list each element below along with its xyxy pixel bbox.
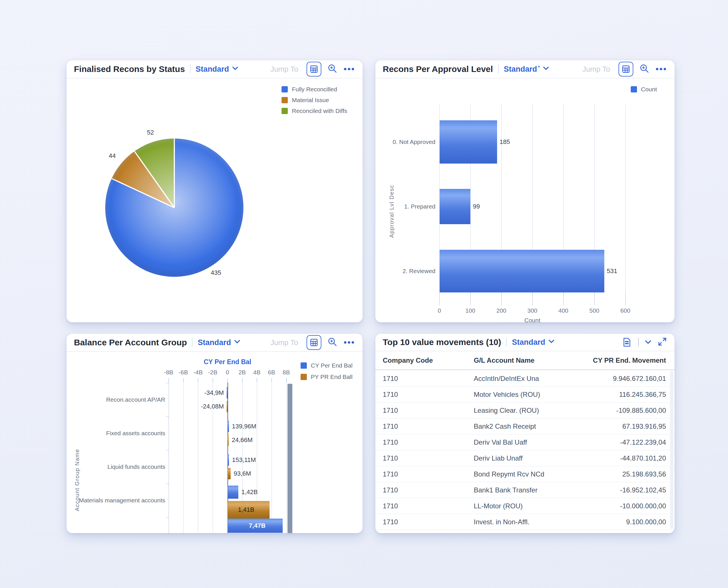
modified-indicator: * <box>538 65 540 70</box>
legend-item[interactable]: Fully Reconcilled <box>281 86 347 93</box>
x-tick-label: 200 <box>496 307 506 314</box>
bar-value-label: 1,42B <box>241 488 258 496</box>
zoom-in-icon[interactable] <box>328 337 337 348</box>
table-row[interactable]: 1710Deriv Val Bal Uaff-47.122.239,04 <box>376 434 675 450</box>
view-selector[interactable]: Standard* <box>504 65 549 74</box>
divider <box>190 65 191 74</box>
legend-item[interactable]: PY PR End Ball <box>301 374 352 380</box>
bar[interactable] <box>440 189 470 224</box>
bar-py[interactable] <box>228 468 231 479</box>
cell-account-name: Invest. in Non-Affl. <box>474 518 530 526</box>
cell-company-code: 1710 <box>383 454 398 462</box>
category-label: 0. Not Approved <box>392 139 435 145</box>
bar-value-label: 7,47B <box>249 522 265 529</box>
table-row[interactable]: 1710Leasing Clear. (ROU)-109.885.600,00 <box>376 402 675 418</box>
chevron-down-icon[interactable] <box>645 340 651 344</box>
cell-account-name: Leasing Clear. (ROU) <box>474 406 539 415</box>
bar-py[interactable] <box>228 434 229 446</box>
cell-company-code: 1710 <box>383 391 398 399</box>
category-label: 2. Reviewed <box>402 268 435 274</box>
panel-title: Finalised Recons by Status <box>74 64 185 74</box>
axis-tick <box>470 292 471 305</box>
jump-to-button[interactable]: Jump To <box>271 338 298 347</box>
chevron-down-icon <box>549 340 554 344</box>
category-tick <box>166 450 169 450</box>
category-label: Materials management accounts <box>79 497 166 504</box>
overflow-menu-icon[interactable]: ••• <box>344 66 355 72</box>
axis-tick <box>184 378 184 383</box>
cell-movement-value: -10.000.000,00 <box>620 502 666 510</box>
x-tick-label: 0 <box>438 307 441 314</box>
bar-py[interactable] <box>227 401 228 412</box>
table-view-icon[interactable] <box>619 62 633 77</box>
column-header[interactable]: CY PR End. Movement <box>593 356 666 364</box>
table-row[interactable]: 1710AccIntIn/DeIntEx Una9.946.672.160,01 <box>376 371 675 386</box>
overflow-menu-icon[interactable]: ••• <box>344 340 355 345</box>
panel-title: Top 10 value movements (10) <box>383 337 501 347</box>
overflow-menu-icon[interactable]: ••• <box>656 66 667 72</box>
bar-value-label: 93,6M <box>234 470 251 477</box>
panel-recons-per-approval: Recons Per Approval Level Standard* Jump… <box>376 60 675 322</box>
table-row[interactable]: 1710Motor Vehicles (ROU)116.245.366,75 <box>376 386 675 402</box>
legend-item[interactable]: Material Issue <box>281 97 347 104</box>
table-row[interactable]: 1710Bank1 Bank Transfer-16.952.102,45 <box>376 482 675 498</box>
gridline <box>184 383 184 533</box>
zoom-in-icon[interactable] <box>640 64 649 75</box>
icon-divider <box>638 338 639 346</box>
column-header[interactable]: G/L Account Name <box>474 356 534 364</box>
table-row[interactable]: 1710Deriv Liab Unaff-44.870.101,20 <box>376 450 675 466</box>
divider <box>192 338 193 347</box>
approval-bar-chart: Count Approval Lvl Desc 0100200300400500… <box>376 79 675 322</box>
bar-value-label: 99 <box>473 203 480 210</box>
bar-cy[interactable] <box>228 421 229 432</box>
category-label: Liquid funds accounts <box>107 463 165 470</box>
bar-cy[interactable] <box>227 387 228 399</box>
cell-account-name: Bank1 Bank Transfer <box>474 486 537 494</box>
bar-cy[interactable] <box>228 486 238 499</box>
cell-movement-value: 25.198.693,56 <box>622 470 666 478</box>
cell-movement-value: 9.100.000,00 <box>626 518 666 526</box>
y-axis-title: Approval Lvl Desc <box>388 185 395 238</box>
cell-company-code: 1710 <box>383 470 398 478</box>
x-tick-label: 600 <box>620 307 630 314</box>
cell-movement-value: -16.952.102,45 <box>620 486 666 494</box>
x-tick-label: -8B <box>164 369 173 376</box>
legend-item[interactable]: Count <box>631 86 657 93</box>
bar-value-label: 1,41B <box>238 506 255 513</box>
x-axis-title: Count <box>524 317 540 322</box>
table-row[interactable]: 1710Bond Repymt Rcv NCd25.198.693,56 <box>376 466 675 482</box>
legend-item[interactable]: CY Per End Bal <box>301 362 352 369</box>
table-row[interactable]: 1710Bank2 Cash Receipt67.193.916,95 <box>376 418 675 434</box>
view-selector[interactable]: Standard <box>198 338 240 347</box>
expand-fullscreen-icon[interactable] <box>658 337 667 348</box>
bar-value-label: 531 <box>607 267 617 275</box>
cell-account-name: Bond Repymt Rcv NCd <box>474 470 544 478</box>
panel-finalised-recons: Finalised Recons by Status Standard Jump… <box>67 60 363 322</box>
jump-to-button[interactable]: Jump To <box>582 65 610 74</box>
bar[interactable] <box>440 120 497 164</box>
table-row[interactable]: 1710Invest. in Non-Affl.9.100.000,00 <box>376 514 675 530</box>
table-view-icon[interactable] <box>306 335 321 350</box>
bar[interactable] <box>440 250 604 292</box>
table-view-icon[interactable] <box>306 62 321 77</box>
chart-legend: CY Per End BalPY PR End Ball <box>301 362 352 380</box>
column-header[interactable]: Company Code <box>383 356 433 364</box>
table-scrollbar[interactable] <box>670 371 673 529</box>
panel-title: Recons Per Approval Level <box>383 64 493 74</box>
chart-switch-icon[interactable] <box>622 337 632 347</box>
axis-tick <box>213 378 213 383</box>
table-row[interactable]: 1710LL-Motor (ROU)-10.000.000,00 <box>376 498 675 514</box>
category-label: 1. Prepared <box>404 203 435 210</box>
view-selector[interactable]: Standard <box>196 65 238 74</box>
x-tick-label: 8B <box>283 369 290 376</box>
cell-company-code: 1710 <box>383 486 398 494</box>
view-selector[interactable]: Standard <box>512 338 554 347</box>
dashboard: Finalised Recons by Status Standard Jump… <box>0 0 728 588</box>
chart-scrollbar[interactable] <box>287 384 292 533</box>
bar-cy[interactable] <box>228 454 229 466</box>
cell-account-name: Bank2 Cash Receipt <box>474 422 536 430</box>
axis-tick <box>532 292 533 305</box>
legend-item[interactable]: Reconciled with Diffs <box>281 107 347 114</box>
jump-to-button[interactable]: Jump To <box>271 65 298 74</box>
zoom-in-icon[interactable] <box>328 64 337 75</box>
